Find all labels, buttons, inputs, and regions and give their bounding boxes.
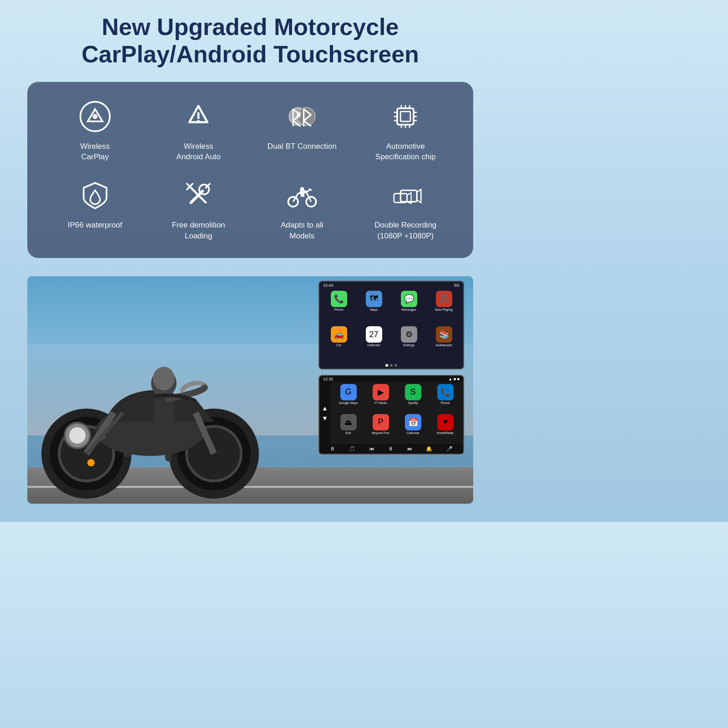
arrow-up: ▲ <box>322 405 328 411</box>
app-car: 🚗 Car <box>322 326 355 360</box>
beyondpod-icon: P <box>373 414 389 430</box>
app-messages-icon: 💬 <box>401 291 417 307</box>
app-calendar: 27 Calendar <box>357 326 390 360</box>
android-content: ▲ ▼ G Google Maps ▶ YT Music <box>319 382 463 444</box>
carplay-app-grid: 📞 Phone 🗺 Maps 💬 Messages 🎵 <box>319 289 463 362</box>
app-now-playing-label: Now Playing <box>435 308 453 311</box>
bell-icon: 🔔 <box>426 446 432 452</box>
android-time: 12:32 <box>323 377 334 381</box>
feature-auto-chip: Automotive Specification chip <box>356 98 455 163</box>
android-phone-icon: 📞 <box>437 384 454 400</box>
feature-label-models: Adapts to all Models <box>281 220 324 242</box>
feature-label-android: Wireless Android Auto <box>177 141 221 163</box>
android-nav: ▲ ▼ <box>319 382 330 444</box>
prev-icon: ⏮ <box>369 446 374 451</box>
iheartradio-label: iHeartRadio <box>437 431 454 435</box>
carplay-signal: 5G <box>454 283 460 288</box>
android-app-spotify: S Spotify <box>398 384 428 412</box>
app-audiobooks-icon: 📚 <box>436 326 452 343</box>
dot <box>394 364 397 367</box>
exit-label: Exit <box>346 431 351 435</box>
svg-point-51 <box>69 427 86 444</box>
pause-icon: ⏸ <box>388 446 393 451</box>
app-settings: ⚙ Settings <box>392 326 425 360</box>
app-now-playing-icon: 🎵 <box>436 291 452 307</box>
spotify-label: Spotify <box>408 401 418 404</box>
feature-label-bt: Dual BT Connection <box>268 141 337 152</box>
android-app-calendar: 📅 Calendar <box>398 414 428 442</box>
svg-point-2 <box>92 114 97 119</box>
spotify-icon: S <box>405 384 421 400</box>
motorcycle-icon <box>284 177 320 213</box>
dot-active <box>385 364 388 367</box>
motorcycle-background: 15:44 5G 📞 Phone 🗺 Maps 💬 <box>27 276 473 504</box>
android-app-iheartradio: ♥ iHeartRadio <box>430 414 460 442</box>
android-phone-label: Phone <box>440 401 450 404</box>
feature-label-chip: Automotive Specification chip <box>375 141 435 163</box>
app-maps-icon: 🗺 <box>366 291 382 307</box>
feature-label-demolition: Free demolition Loading <box>172 220 225 242</box>
svg-point-59 <box>87 459 95 466</box>
next-icon: ⏭ <box>407 446 412 451</box>
carplay-status-bar: 15:44 5G <box>319 282 463 289</box>
carplay-screen: 15:44 5G 📞 Phone 🗺 Maps 💬 <box>319 282 463 369</box>
android-app-exit: ⏏ Exit <box>333 414 364 442</box>
svg-point-37 <box>288 197 298 207</box>
android-app-phone: 📞 Phone <box>430 384 460 412</box>
iheartradio-icon: ♥ <box>437 414 454 430</box>
android-app-ytmusic: ▶ YT Music <box>365 384 396 412</box>
title-line2: CarPlay/Android Touchscreen <box>81 41 419 67</box>
android-auto-icon <box>180 98 217 135</box>
svg-point-5 <box>197 120 200 122</box>
app-car-label: Car <box>336 344 341 347</box>
feature-android-auto: Wireless Android Auto <box>149 98 248 163</box>
dot <box>390 364 393 367</box>
android-calendar-icon: 📅 <box>405 414 421 430</box>
svg-rect-42 <box>400 190 417 202</box>
feature-waterproof: IP66 waterproof <box>46 177 145 242</box>
carplay-screen-mockup: 15:44 5G 📞 Phone 🗺 Maps 💬 <box>318 281 464 369</box>
svg-text:✗: ✗ <box>294 110 302 121</box>
app-audiobooks-label: Audiobooks <box>435 344 452 347</box>
shield-icon <box>77 177 113 213</box>
app-phone-label: Phone <box>334 308 343 311</box>
app-maps: 🗺 Maps <box>357 291 390 325</box>
chip-icon <box>387 98 424 135</box>
svg-rect-18 <box>400 111 410 121</box>
feature-demolition: Free demolition Loading <box>149 177 248 242</box>
android-screen-mockup: 12:32 ▲ ■ ■ ▲ ▼ G Google Maps <box>318 375 464 455</box>
arrow-down: ▼ <box>322 415 328 421</box>
feature-models: Adapts to all Models <box>253 177 352 242</box>
spotify-bottom: 🎵 <box>349 446 355 452</box>
page-title: New Upgraded Motorcycle CarPlay/Android … <box>81 14 419 68</box>
android-app-beyondpod: P Beyond Pod <box>365 414 396 442</box>
app-maps-label: Maps <box>370 308 378 311</box>
feature-label-recording: Double Recording (1080P +1080P) <box>374 220 436 242</box>
motorcycle-figure <box>41 294 259 504</box>
android-playback-icon: ⏸ <box>330 446 335 451</box>
carplay-time: 15:44 <box>323 283 334 288</box>
android-status-bar: 12:32 ▲ ■ ■ <box>319 376 463 382</box>
ytmusic-label: YT Music <box>374 401 387 404</box>
android-screen: 12:32 ▲ ■ ■ ▲ ▼ G Google Maps <box>319 376 463 454</box>
mic-icon: 🎤 <box>446 446 453 452</box>
android-app-gmaps: G Google Maps <box>333 384 364 412</box>
svg-point-57 <box>153 367 175 390</box>
camera-icon <box>387 177 424 213</box>
beyondpod-label: Beyond Pod <box>372 431 389 435</box>
bottom-section: 15:44 5G 📞 Phone 🗺 Maps 💬 <box>27 276 473 504</box>
feature-wireless-carplay: Wireless CarPlay <box>46 98 145 163</box>
app-settings-icon: ⚙ <box>401 326 417 343</box>
svg-point-38 <box>306 197 316 207</box>
app-messages: 💬 Messages <box>392 291 425 325</box>
gmaps-label: Google Maps <box>339 401 358 404</box>
android-app-grid: G Google Maps ▶ YT Music S Spotify <box>330 382 463 444</box>
carplay-dots <box>319 362 463 369</box>
carplay-icon <box>77 98 113 135</box>
app-phone: 📞 Phone <box>322 291 355 325</box>
screen-overlays: 15:44 5G 📞 Phone 🗺 Maps 💬 <box>318 281 464 455</box>
feature-label-waterproof: IP66 waterproof <box>68 220 122 231</box>
bluetooth-icon: ✗ <box>284 98 320 135</box>
app-calendar-icon: 27 <box>366 326 382 343</box>
app-messages-label: Messages <box>402 308 416 311</box>
